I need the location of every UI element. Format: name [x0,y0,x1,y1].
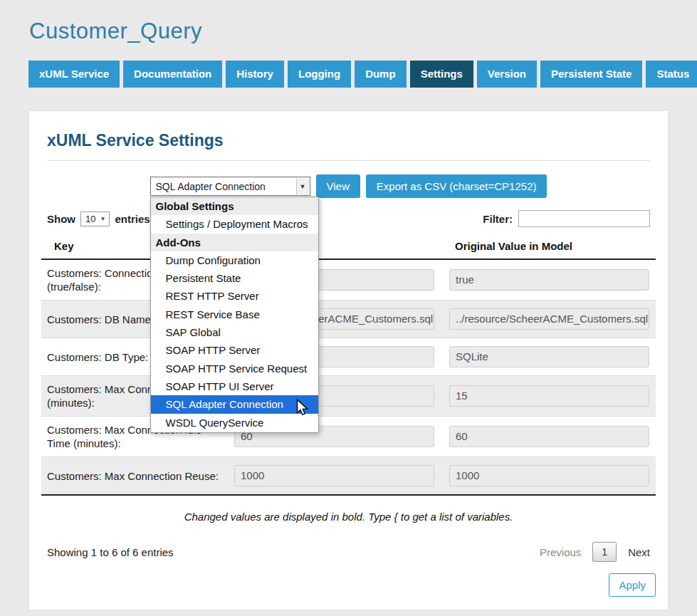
filter-input[interactable] [518,210,650,227]
toolbar: SQL Adapter Connection ▼ Global Settings… [41,174,656,198]
content-panel: xUML Service Settings SQL Adapter Connec… [28,110,669,610]
view-button[interactable]: View [316,174,360,198]
tab-bar: xUML Service Documentation History Loggi… [28,61,669,88]
apply-row: Apply [41,573,656,597]
dropdown-item-rest-service-base[interactable]: REST Service Base [151,306,318,323]
setting-original-value-input[interactable]: true [449,269,649,291]
settings-table: Key Value Original Value in Model Custom… [41,236,656,496]
page-size-value: 10 [85,214,95,224]
page-title: Customer_Query [29,19,697,44]
tab-documentation[interactable]: Documentation [123,61,222,88]
dropdown-item-wsdl-queryservice[interactable]: WSDL QueryService [151,414,318,432]
export-csv-button[interactable]: Export as CSV (charset=CP1252) [366,174,547,198]
page-number-button[interactable]: 1 [592,542,617,562]
dropdown-item-persistent-state[interactable]: Persistent State [151,269,318,287]
settings-table-body: Customers: Connection Pooling (true/fals… [41,259,656,495]
settings-heading: xUML Service Settings [47,131,650,150]
column-header-original[interactable]: Original Value in Model [442,236,656,259]
chevron-down-icon[interactable]: ▼ [296,178,309,194]
dropdown-item-rest-http-server[interactable]: REST HTTP Server [151,287,318,305]
tab-settings[interactable]: Settings [410,61,473,88]
dropdown-item-global-settings[interactable]: Global Settings [151,197,318,215]
filter-label: Filter: [483,213,513,225]
tab-dump[interactable]: Dump [355,61,407,88]
setting-original-value-input[interactable]: SQLite [449,346,649,367]
dropdown-item-soap-http-service-request[interactable]: SOAP HTTP Service Request [151,360,318,377]
setting-original-value-input[interactable]: 60 [449,426,649,447]
table-footer: Showing 1 to 6 of 6 entries Previous 1 N… [47,542,650,562]
tab-status[interactable]: Status [646,61,697,88]
table-controls: Show 10 ▼ entries Filter: [47,210,650,227]
page: Customer_Query xUML Service Documentatio… [0,0,697,616]
tab-version[interactable]: Version [477,61,537,88]
panel-heading-wrap: xUML Service Settings [47,111,650,161]
entries-label: entries [115,213,150,225]
show-label: Show [47,213,75,225]
setting-key: Customers: Max Connection Reuse: [41,457,234,496]
setting-original-value-input[interactable]: 1000 [449,465,649,486]
table-header-row: Key Value Original Value in Model [41,236,656,259]
dropdown-item-soap-http-server[interactable]: SOAP HTTP Server [151,341,318,359]
table-row: Customers: Max Connection Reuse: 1000 10… [41,457,656,496]
dropdown-item-sap-global[interactable]: SAP Global [151,323,318,341]
settings-category-select-value: SQL Adapter Connection [156,181,266,192]
next-page-link[interactable]: Next [628,546,650,558]
apply-button[interactable]: Apply [609,573,656,597]
table-row: Customers: DB Name: ../resource/ScheerAC… [41,301,656,338]
settings-category-select[interactable]: SQL Adapter Connection ▼ Global Settings… [150,177,310,196]
tab-persistent-state[interactable]: Persistent State [540,61,642,88]
showing-entries-text: Showing 1 to 6 of 6 entries [47,546,174,558]
previous-page-link[interactable]: Previous [540,546,581,558]
setting-original-value-input[interactable]: ../resource/ScheerACME_Customers.sqlit [449,308,649,330]
hint-text: Changed values are displayed in bold. Ty… [41,511,656,523]
dropdown-item-dump-configuration[interactable]: Dump Configuration [151,251,318,269]
table-row: Customers: Max Connection Idle Time (min… [41,417,656,457]
setting-value-input[interactable]: 1000 [234,465,434,486]
table-row: Customers: Max Connection Age (minutes):… [41,376,656,417]
tab-history[interactable]: History [226,61,284,88]
filter: Filter: [483,210,650,227]
table-row: Customers: DB Type: SQLite SQLite [41,338,656,376]
tab-xuml-service[interactable]: xUML Service [28,61,120,88]
show-entries: Show 10 ▼ entries [47,212,150,226]
mouse-cursor-icon [295,399,308,416]
chevron-down-icon: ▼ [100,216,105,222]
dropdown-item-settings-deployment-macros[interactable]: Settings / Deployment Macros [151,215,318,233]
setting-original-value-input[interactable]: 15 [449,385,649,407]
dropdown-item-sql-adapter-connection[interactable]: SQL Adapter Connection [151,395,318,413]
page-size-select[interactable]: 10 ▼ [80,212,110,226]
dropdown-item-soap-http-ui-server[interactable]: SOAP HTTP UI Server [151,377,318,395]
tab-logging[interactable]: Logging [288,61,351,88]
settings-category-dropdown: Global Settings Settings / Deployment Ma… [150,197,319,433]
pagination: Previous 1 Next [540,542,650,562]
table-row: Customers: Connection Pooling (true/fals… [41,259,656,301]
dropdown-item-add-ons[interactable]: Add-Ons [151,234,318,251]
